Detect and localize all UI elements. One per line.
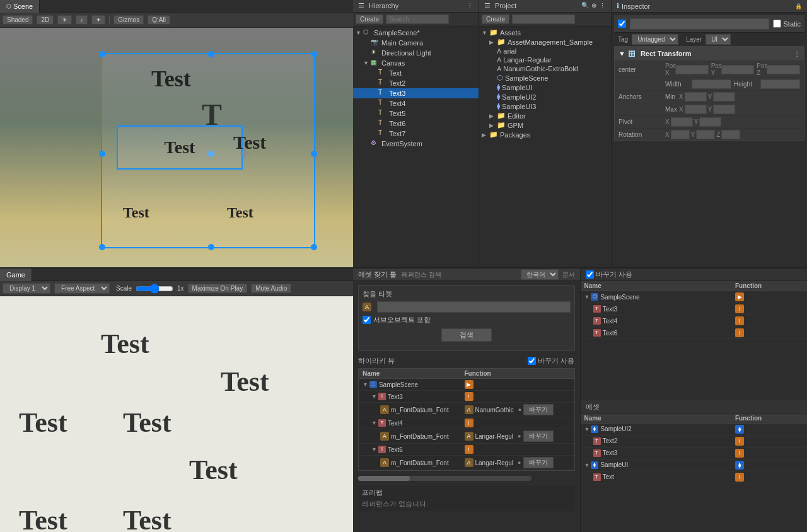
max-x-field[interactable]: 0.5 (685, 105, 707, 114)
pivot-y-field[interactable]: 0.5 (699, 117, 721, 127)
project-replace-checkbox[interactable] (586, 270, 594, 279)
posy-field[interactable]: -37 (721, 65, 755, 74)
assets-arrow-sui[interactable]: ▼ (584, 462, 590, 468)
anchor-bl[interactable] (99, 244, 105, 250)
project-create-btn[interactable]: Create (482, 14, 509, 24)
table-row[interactable]: T Text6 ! (581, 327, 808, 339)
packages-arrow[interactable]: ▶ (482, 132, 489, 138)
maximize-btn[interactable]: Maximize On Play (188, 284, 248, 293)
row-arrow-t3[interactable]: ▼ (371, 393, 377, 400)
hierarchy-item-text[interactable]: T Text (353, 68, 479, 78)
hierarchy-item-text3[interactable]: T Text3 (353, 88, 479, 98)
hierarchy-item-eventsystem[interactable]: ⚙ EventSystem (353, 139, 479, 149)
project-item-packages[interactable]: ▶ 📁 Packages (479, 130, 611, 139)
hierarchy-item-text5[interactable]: T Text5 (353, 108, 479, 119)
font-search-input[interactable]: Langar-Regular (377, 301, 571, 313)
posz-field[interactable]: 0 (767, 65, 800, 74)
project-search-icon[interactable]: 🔍 (581, 2, 589, 10)
table-row[interactable]: ▼ ⧫ SampleUI ⧫ (581, 459, 808, 471)
hierarchy-item-samplescene[interactable]: ▼ ⬡ SampleScene* (353, 28, 479, 38)
qall-btn[interactable]: Q:All (148, 15, 170, 25)
replace-btn-font4[interactable]: 바꾸기 (523, 431, 554, 442)
display-select[interactable]: Display 1 (3, 283, 50, 294)
tag-select[interactable]: Untagged (632, 34, 678, 45)
table-row[interactable]: T Text ! (581, 471, 808, 483)
anchor-tr[interactable] (311, 51, 317, 57)
table-row[interactable]: A m_FontData.m_Font A NanumGothic ● (359, 403, 574, 417)
replace-btn-font3[interactable]: 바꾸기 (523, 404, 554, 415)
rot-y-field[interactable]: 0 (696, 130, 715, 139)
width-field[interactable]: 222.76 (692, 79, 731, 89)
language-select[interactable]: 한국어 (521, 269, 559, 280)
h-scrollbar[interactable] (358, 476, 531, 481)
project-item-sampleui3[interactable]: ⧫ SampleUI3 (479, 101, 611, 111)
replace-use-toggle[interactable]: 바꾸기 사용 (528, 356, 574, 366)
table-row[interactable]: ▼ ⬡ SampleScene ▶ (359, 379, 574, 391)
hierarchy-item-text6[interactable]: T Text6 (353, 119, 479, 129)
move-gizmo[interactable]: ✛ (240, 146, 250, 161)
rect-transform-options[interactable]: ⋮ (794, 50, 800, 57)
project-item-sampleui[interactable]: ⧫ SampleUI (479, 83, 611, 92)
min-x-field[interactable]: 0.5 (685, 92, 707, 101)
max-y-field[interactable]: 0.5 (713, 105, 735, 114)
posx-field[interactable]: -183 (675, 65, 709, 74)
row-arrow-t4[interactable]: ▼ (371, 420, 377, 426)
lock-icon[interactable]: 🔒 (795, 3, 802, 9)
anchor-ml[interactable] (99, 151, 105, 157)
font-search-btn[interactable]: 검색 (441, 328, 492, 342)
hierarchy-item-canvas[interactable]: ▼ ▦ Canvas (353, 58, 479, 68)
tab-game[interactable]: Game (0, 269, 32, 281)
shaded-btn[interactable]: Shaded (3, 15, 33, 25)
2d-btn[interactable]: 2D (37, 15, 54, 25)
audio-btn[interactable]: ♪ (76, 15, 88, 25)
assets-arrow[interactable]: ▼ (482, 30, 489, 36)
table-row[interactable]: T Text4 ! (581, 315, 808, 327)
project-item-sampleui2[interactable]: ⧫ SampleUI2 (479, 92, 611, 101)
table-row[interactable]: T Text3 ! (581, 303, 808, 315)
project-replace-use-toggle[interactable]: 바꾸기 사용 (586, 270, 632, 279)
assetmgmt-arrow[interactable]: ▶ (489, 39, 497, 45)
table-row[interactable]: ▼ T Text6 ! (359, 444, 574, 456)
hierarchy-search[interactable] (386, 14, 449, 24)
hierarchy-options[interactable]: ⋮ (467, 2, 473, 10)
static-checkbox[interactable] (773, 20, 781, 28)
row-arrow-ss[interactable]: ▼ (363, 381, 368, 388)
replace-btn-font6[interactable]: 바꾸기 (523, 457, 554, 468)
editor-arrow[interactable]: ▶ (489, 113, 497, 119)
anchor-bc[interactable] (208, 244, 214, 250)
expand-arrow-canvas[interactable]: ▼ (363, 60, 371, 66)
scale-slider[interactable] (136, 286, 173, 292)
hierarchy-item-text2[interactable]: T Text2 (353, 78, 479, 88)
table-row[interactable]: ▼ T Text3 ! (359, 391, 574, 403)
height-field[interactable]: 130.79 (760, 79, 800, 89)
include-sub-checkbox[interactable] (363, 316, 371, 324)
rot-z-field[interactable]: 0 (721, 130, 740, 139)
table-row[interactable]: T Text2 ! (581, 435, 808, 447)
anchor-mr[interactable] (311, 151, 317, 157)
table-row[interactable]: ▼ T Text4 ! (359, 417, 574, 429)
rect-transform-header[interactable]: ▼ ⊞ Rect Transform ⋮ (615, 47, 804, 61)
project-options[interactable]: ⋮ (599, 2, 606, 10)
min-y-field[interactable]: 0.5 (713, 92, 735, 101)
rot-x-field[interactable]: 0 (671, 130, 690, 139)
table-row[interactable]: ▼ ⧫ SampleUI2 ⧫ (581, 423, 808, 435)
project-item-gpm[interactable]: ▶ 📁 GPM (479, 120, 611, 130)
hierarchy-item-text7[interactable]: T Text7 (353, 129, 479, 139)
gpm-arrow[interactable]: ▶ (489, 122, 497, 129)
mute-btn[interactable]: Mute Audio (251, 284, 291, 293)
table-row[interactable]: A m_FontData.m_Font A Langar-Regul ● (359, 456, 574, 470)
project-item-assetmgmt[interactable]: ▶ 📁 AssetManagement_Sample (479, 37, 611, 47)
expand-arrow-samplescene[interactable]: ▼ (356, 30, 363, 36)
light-btn[interactable]: ☀ (57, 15, 72, 25)
project-item-arial[interactable]: A arial (479, 47, 611, 55)
project-item-assets[interactable]: ▼ 📁 Assets (479, 28, 611, 37)
hierarchy-item-text4[interactable]: T Text4 (353, 98, 479, 108)
scene-test-selected[interactable]: Test (117, 125, 243, 170)
project-item-nanum[interactable]: A NanumGothic-ExtraBold (479, 64, 611, 73)
project-search[interactable] (512, 14, 575, 24)
replace-use-checkbox[interactable] (528, 357, 536, 365)
hierarchy-item-maincamera[interactable]: 📷 Main Camera (353, 38, 479, 48)
object-active-checkbox[interactable] (618, 20, 626, 28)
layer-select[interactable]: UI (705, 34, 731, 45)
pivot-x-field[interactable]: 0.5 (671, 117, 693, 127)
